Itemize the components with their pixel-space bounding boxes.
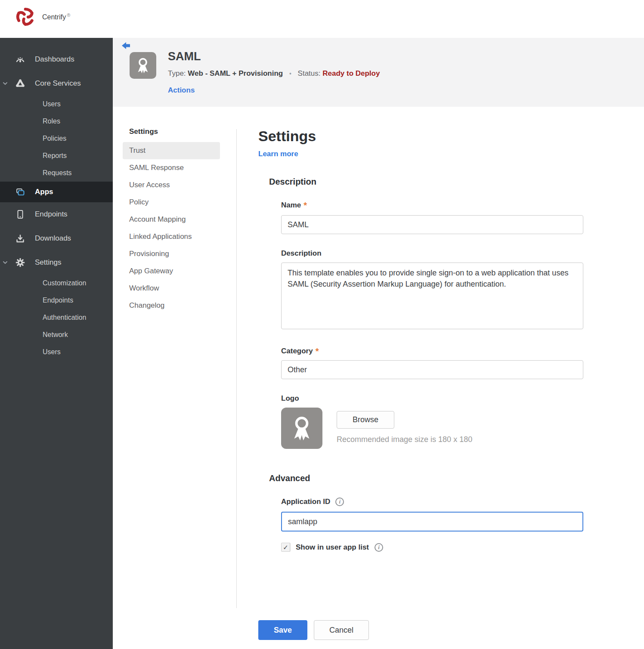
sidebar-item-settings[interactable]: Settings <box>0 250 113 275</box>
sidebar-item-core-services[interactable]: Core Services <box>0 71 113 96</box>
required-asterisk: * <box>316 348 319 354</box>
sidebar-subitem-endpoints[interactable]: Endpoints <box>0 292 113 309</box>
description-field[interactable]: This template enables you to provide sin… <box>281 263 583 329</box>
subnav-item-account-mapping[interactable]: Account Mapping <box>123 211 220 228</box>
page: Centrify® Dashboards Core Services <box>0 0 644 649</box>
apps-icon <box>15 187 25 197</box>
actions-menu-button[interactable]: Actions <box>168 86 205 95</box>
logo-size-hint: Recommended image size is 180 x 180 <box>337 435 472 444</box>
gear-icon <box>15 257 25 268</box>
back-arrow-icon[interactable] <box>121 41 131 51</box>
application-id-label: Application ID i <box>281 497 584 507</box>
subnav-item-user-access[interactable]: User Access <box>123 176 220 194</box>
award-ribbon-icon <box>133 56 152 75</box>
info-icon[interactable]: i <box>375 543 383 552</box>
subnav-item-saml-response[interactable]: SAML Response <box>123 159 220 176</box>
required-asterisk: * <box>303 202 307 208</box>
brand-name: Centrify® <box>42 12 70 21</box>
save-button[interactable]: Save <box>258 620 307 640</box>
app-meta: Type: Web - SAML + Provisioning • Status… <box>168 69 380 78</box>
status-label: Status: <box>298 69 321 77</box>
sidebar-subitem-network[interactable]: Network <box>0 326 113 343</box>
subnav-item-app-gateway[interactable]: App Gateway <box>123 263 220 280</box>
category-label: Category * <box>281 346 584 356</box>
sidebar-subitem-users-settings[interactable]: Users <box>0 343 113 361</box>
chevron-down-icon <box>2 80 8 87</box>
settings-panel: Settings Learn more Description Name * D… <box>258 127 584 552</box>
subnav-item-workflow[interactable]: Workflow <box>123 280 220 297</box>
sidebar: Dashboards Core Services Users Roles Pol… <box>0 38 113 649</box>
sidebar-item-endpoints[interactable]: Endpoints <box>0 202 113 226</box>
registered-mark: ® <box>67 12 70 18</box>
top-bar: Centrify® <box>0 0 644 38</box>
sidebar-subitem-customization[interactable]: Customization <box>0 275 113 292</box>
learn-more-link[interactable]: Learn more <box>258 150 298 158</box>
cancel-button[interactable]: Cancel <box>314 620 369 640</box>
subnav-header: Settings <box>123 127 220 142</box>
browse-button[interactable]: Browse <box>337 411 394 429</box>
sidebar-subitem-requests[interactable]: Requests <box>0 164 113 182</box>
type-value: Web - SAML + Provisioning <box>188 69 283 77</box>
brand-logo: Centrify® <box>15 6 70 28</box>
tablet-icon <box>15 209 25 219</box>
core-services-icon <box>15 78 25 89</box>
sidebar-item-apps[interactable]: Apps <box>0 182 113 202</box>
logo-label: Logo <box>281 394 584 403</box>
subnav-item-linked-applications[interactable]: Linked Applications <box>123 228 220 245</box>
form-actions: Save Cancel <box>258 620 369 640</box>
page-title: Settings <box>258 127 584 145</box>
sidebar-item-dashboards[interactable]: Dashboards <box>0 47 113 71</box>
meta-separator: • <box>289 70 291 77</box>
show-in-user-app-list-row: ✓ Show in user app list i <box>281 543 584 552</box>
category-field[interactable] <box>281 360 583 379</box>
gauge-icon <box>15 54 25 65</box>
app-header: SAML Type: Web - SAML + Provisioning • S… <box>113 38 644 107</box>
info-icon[interactable]: i <box>335 498 344 506</box>
centrify-spiral-icon <box>15 6 36 28</box>
chevron-down-icon <box>2 260 8 266</box>
subnav-item-provisioning[interactable]: Provisioning <box>123 245 220 263</box>
show-in-user-app-list-label: Show in user app list <box>296 543 369 552</box>
sidebar-subitem-policies[interactable]: Policies <box>0 130 113 147</box>
show-in-user-app-list-checkbox[interactable]: ✓ <box>281 543 290 552</box>
subnav-item-trust[interactable]: Trust <box>123 142 220 159</box>
type-label: Type: <box>168 69 186 77</box>
description-label: Description <box>281 249 584 258</box>
sidebar-subitem-reports[interactable]: Reports <box>0 147 113 164</box>
sidebar-subitem-authentication[interactable]: Authentication <box>0 309 113 326</box>
advanced-section-title: Advanced <box>269 473 584 483</box>
subnav-item-policy[interactable]: Policy <box>123 194 220 211</box>
name-label: Name * <box>281 201 584 210</box>
download-icon <box>15 233 25 244</box>
app-title: SAML <box>168 50 201 63</box>
description-section-title: Description <box>269 176 584 187</box>
vertical-divider <box>236 129 237 608</box>
subnav-item-changelog[interactable]: Changelog <box>123 297 220 314</box>
name-field[interactable] <box>281 215 583 234</box>
app-subnav: Settings Trust SAML Response User Access… <box>123 127 220 314</box>
application-id-field[interactable] <box>281 512 583 532</box>
sidebar-subitem-users[interactable]: Users <box>0 96 113 113</box>
logo-preview <box>281 408 322 449</box>
sidebar-subitem-roles[interactable]: Roles <box>0 113 113 130</box>
sidebar-item-downloads[interactable]: Downloads <box>0 226 113 250</box>
app-icon <box>130 52 156 79</box>
award-ribbon-icon <box>287 414 316 443</box>
status-value: Ready to Deploy <box>322 69 380 77</box>
